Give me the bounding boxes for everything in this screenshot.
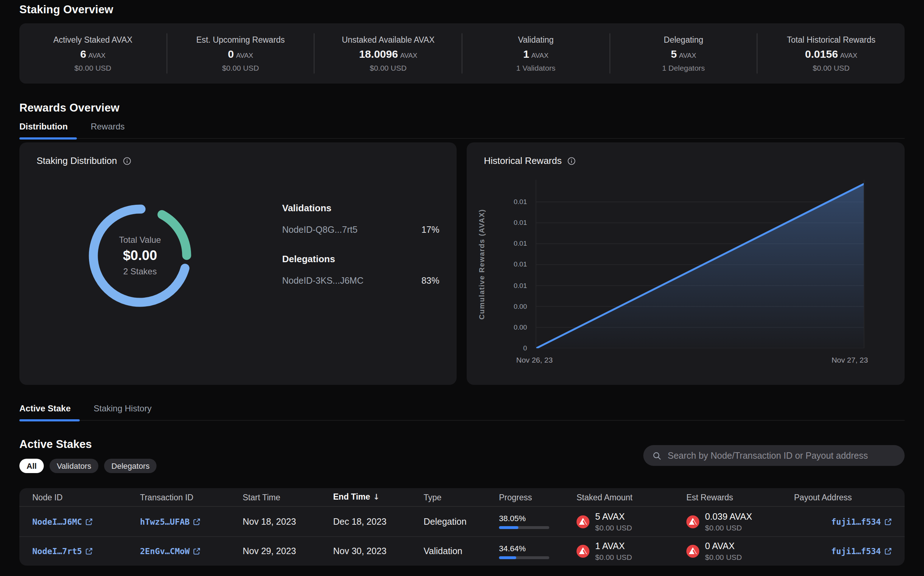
stat-sub: $0.00 USD: [222, 63, 259, 72]
staked-avax: 1 AVAX: [595, 541, 632, 551]
y-tick: 0.01: [514, 240, 527, 248]
tab-rewards[interactable]: Rewards: [82, 122, 134, 138]
transaction-id-link[interactable]: hTwz5…UFAB: [140, 517, 201, 526]
x-tick-start: Nov 26, 23: [516, 355, 553, 364]
col-progress[interactable]: Progress: [499, 493, 576, 501]
col-payout-address[interactable]: Payout Address: [794, 493, 892, 501]
progress-bar: [499, 526, 549, 529]
rewards-usd: $0.00 USD: [705, 523, 752, 531]
y-axis-ticks: 00.000.000.010.010.010.010.01: [492, 180, 527, 348]
stat-value: 0.0156AVAX: [805, 47, 858, 59]
stat-label: Delegating: [664, 35, 703, 44]
stat-validating: Validating 1AVAX 1 Validators: [462, 23, 609, 83]
staking-overview-stats-card: Actively Staked AVAX 6AVAX $0.00 USD Est…: [19, 23, 905, 83]
avax-coin-icon: [576, 515, 589, 528]
line-chart: [536, 180, 864, 348]
staked-amount-cell: 1 AVAX$0.00 USD: [576, 541, 687, 561]
col-est-rewards[interactable]: Est Rewards: [687, 493, 794, 501]
validations-heading: Validations: [282, 203, 440, 213]
active-stakes-header: Active Stakes All Validators Delegators: [19, 438, 905, 473]
donut-center-value: $0.00: [123, 248, 157, 264]
rewards-avax: 0 AVAX: [705, 541, 742, 551]
stakes-tabs: Active Stake Staking History: [19, 403, 905, 421]
stat-label: Actively Staked AVAX: [53, 35, 132, 44]
external-link-icon: [86, 548, 93, 555]
stat-sub: $0.00 USD: [74, 63, 111, 72]
delegation-row: NodeID-3KS...J6MC 83%: [282, 276, 440, 286]
payout-address-link[interactable]: fuji1…f534: [831, 517, 892, 526]
payout-address-link[interactable]: fuji1…f534: [831, 546, 892, 556]
rewards-usd: $0.00 USD: [705, 553, 742, 561]
progress-bar: [499, 556, 549, 559]
staked-usd: $0.00 USD: [595, 523, 632, 531]
stat-label: Unstaked Available AVAX: [342, 35, 434, 44]
filter-all[interactable]: All: [19, 459, 44, 473]
node-id-link[interactable]: NodeI…7rt5: [32, 546, 93, 556]
delegation-percent: 83%: [422, 276, 440, 286]
est-rewards-cell: 0 AVAX$0.00 USD: [687, 541, 794, 561]
node-id-link[interactable]: NodeI…J6MC: [32, 517, 93, 526]
stakes-search[interactable]: [643, 445, 905, 466]
delegation-node-id: NodeID-3KS...J6MC: [282, 276, 363, 286]
rewards-cards-row: Staking Distribution Total Value $0.00 2…: [19, 142, 905, 385]
info-icon[interactable]: [123, 156, 132, 165]
rewards-overview-tabs: Distribution Rewards: [19, 122, 905, 139]
avax-coin-icon: [687, 515, 699, 528]
external-link-icon: [194, 548, 201, 555]
validation-node-id: NodeID-Q8G...7rt5: [282, 225, 358, 235]
col-node-id[interactable]: Node ID: [32, 493, 140, 501]
avax-coin-icon: [687, 545, 699, 558]
historical-rewards-title: Historical Rewards: [484, 155, 562, 166]
staking-dashboard: Staking Overview Actively Staked AVAX 6A…: [0, 3, 924, 576]
col-transaction-id[interactable]: Transaction ID: [140, 493, 243, 501]
donut-center: Total Value $0.00 2 Stakes: [83, 198, 197, 313]
avax-coin-icon: [576, 545, 589, 558]
stat-value: 0AVAX: [228, 47, 253, 59]
search-input[interactable]: [668, 450, 895, 461]
filter-validators[interactable]: Validators: [50, 459, 98, 473]
col-type[interactable]: Type: [424, 493, 499, 501]
start-time-cell: Nov 18, 2023: [243, 517, 333, 526]
col-start-time[interactable]: Start Time: [243, 493, 333, 501]
external-link-icon: [86, 518, 93, 525]
stat-sub: 1 Delegators: [662, 63, 705, 72]
search-icon: [653, 451, 661, 460]
validation-row: NodeID-Q8G...7rt5 17%: [282, 225, 440, 235]
staking-distribution-card: Staking Distribution Total Value $0.00 2…: [19, 142, 457, 385]
y-tick: 0.00: [514, 323, 527, 331]
stat-label: Est. Upcoming Rewards: [196, 35, 285, 44]
y-tick: 0.00: [514, 302, 527, 310]
type-cell: Delegation: [424, 517, 499, 526]
rewards-avax: 0.039 AVAX: [705, 512, 752, 522]
stat-upcoming-rewards: Est. Upcoming Rewards 0AVAX $0.00 USD: [167, 23, 314, 83]
table-header-row: Node ID Transaction ID Start Time End Ti…: [19, 488, 905, 507]
external-link-icon: [884, 548, 892, 555]
staking-overview-title: Staking Overview: [19, 3, 905, 16]
col-staked-amount[interactable]: Staked Amount: [576, 493, 687, 501]
x-tick-end: Nov 27, 23: [831, 355, 868, 364]
col-end-time[interactable]: End Time↓: [333, 493, 424, 502]
stat-unstaked-available: Unstaked Available AVAX 18.0096AVAX $0.0…: [315, 23, 462, 83]
validation-percent: 17%: [422, 225, 440, 235]
info-icon[interactable]: [568, 156, 576, 165]
filter-delegators[interactable]: Delegators: [104, 459, 157, 473]
tab-staking-history[interactable]: Staking History: [84, 403, 161, 420]
table-row: NodeI…J6MC hTwz5…UFAB Nov 18, 2023 Dec 1…: [19, 507, 905, 536]
donut-center-label: Total Value: [119, 235, 161, 245]
tab-active-stake[interactable]: Active Stake: [19, 403, 80, 420]
progress-percent: 34.64%: [499, 544, 576, 552]
start-time-cell: Nov 29, 2023: [243, 546, 333, 556]
type-cell: Validation: [424, 546, 499, 556]
y-tick: 0.01: [514, 218, 527, 226]
staking-distribution-title-row: Staking Distribution: [37, 155, 132, 166]
distribution-list: Validations NodeID-Q8G...7rt5 17% Delega…: [282, 203, 440, 286]
historical-rewards-card: Historical Rewards Cumulative Rewards (A…: [467, 142, 905, 385]
transaction-id-link[interactable]: 2EnGv…CMoW: [140, 546, 201, 556]
y-tick: 0: [523, 344, 527, 352]
x-axis-labels: Nov 26, 23 Nov 27, 23: [536, 355, 865, 364]
stat-label: Total Historical Rewards: [787, 35, 876, 44]
stat-total-historical-rewards: Total Historical Rewards 0.0156AVAX $0.0…: [758, 23, 905, 83]
tab-distribution[interactable]: Distribution: [19, 122, 77, 138]
stat-sub: $0.00 USD: [370, 63, 407, 72]
historical-rewards-chart: [536, 180, 865, 348]
